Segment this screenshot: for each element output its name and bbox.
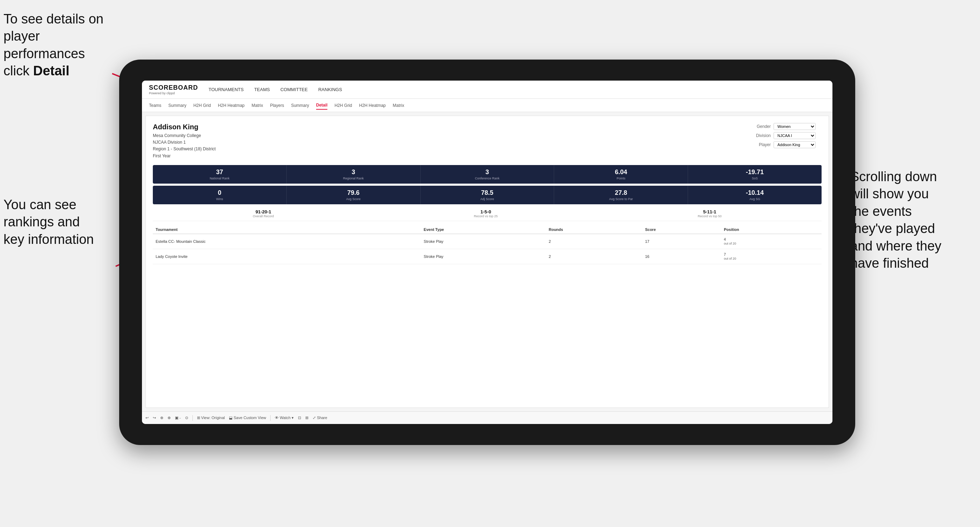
toolbar-clock[interactable]: ⊙: [185, 416, 188, 420]
record-top50-label: Record vs top 50: [698, 214, 722, 218]
nav-rankings[interactable]: RANKINGS: [318, 86, 342, 94]
toolbar-undo[interactable]: ↩: [145, 416, 149, 420]
filter-gender-label: Gender: [751, 124, 771, 129]
subnav-summary2[interactable]: Summary: [291, 102, 309, 110]
annotation-right: Scrolling down will show you the events …: [850, 168, 977, 272]
player-division: NJCAA Division 1: [153, 139, 216, 146]
stat-adj-score-label: Adj Score: [423, 197, 551, 201]
event-type-2: Stroke Play: [421, 249, 546, 264]
filter-player-select[interactable]: Addison King: [773, 141, 816, 148]
toolbar-minus[interactable]: ▣ -: [175, 416, 181, 420]
player-college: Mesa Community College: [153, 132, 216, 139]
toolbar-grid[interactable]: ⊞: [305, 416, 309, 420]
stat-national-rank: 37 National Rank: [153, 165, 287, 184]
tournament-table: Tournament Event Type Rounds Score Posit…: [153, 225, 822, 264]
logo-subtitle: Powered by clippd: [149, 92, 198, 95]
stat-national-rank-value: 37: [156, 168, 283, 176]
subnav-matrix2[interactable]: Matrix: [393, 102, 404, 110]
toolbar-save-custom[interactable]: ⬓ Save Custom View: [229, 416, 266, 420]
stats-row2: 0 Wins 79.6 Avg Score 78.5 Adj Score 27.…: [153, 186, 822, 204]
col-event-type: Event Type: [421, 225, 546, 234]
subnav-matrix[interactable]: Matrix: [252, 102, 263, 110]
toolbar-add1[interactable]: ⊕: [160, 416, 163, 420]
toolbar-redo[interactable]: ↪: [153, 416, 156, 420]
record-overall-label: Overall Record: [253, 214, 274, 218]
player-info: Addison King Mesa Community College NJCA…: [153, 123, 216, 159]
col-tournament: Tournament: [153, 225, 421, 234]
player-region: Region 1 - Southwest (18) District: [153, 146, 216, 152]
stat-adj-score: 78.5 Adj Score: [421, 186, 555, 204]
subnav-teams[interactable]: Teams: [149, 102, 161, 110]
sub-nav: Teams Summary H2H Grid H2H Heatmap Matri…: [142, 99, 832, 112]
subnav-players[interactable]: Players: [270, 102, 284, 110]
filter-gender-select[interactable]: Women Men: [773, 123, 816, 130]
stat-points: 6.04 Points: [554, 165, 688, 184]
record-top25: 1-5-0 Record vs top 25: [474, 209, 498, 218]
stat-wins-value: 0: [156, 189, 283, 197]
nav-items: TOURNAMENTS TEAMS COMMITTEE RANKINGS: [208, 86, 342, 94]
stat-conference-rank-value: 3: [423, 168, 551, 176]
logo-title: SCOREBOARD: [149, 84, 198, 92]
stat-points-value: 6.04: [557, 168, 685, 176]
nav-teams[interactable]: TEAMS: [254, 86, 270, 94]
subnav-detail[interactable]: Detail: [316, 101, 328, 110]
position-1: 4out of 20: [721, 234, 822, 249]
annotation-bottomleft: You can see rankings and key information: [3, 196, 123, 248]
stat-regional-rank: 3 Regional Rank: [287, 165, 421, 184]
position-2: 7out of 20: [721, 249, 822, 264]
stat-avg-score-label: Avg Score: [290, 197, 417, 201]
stat-avg-score-value: 79.6: [290, 189, 417, 197]
content-panel: Addison King Mesa Community College NJCA…: [145, 116, 829, 408]
filter-gender-row: Gender Women Men: [751, 123, 822, 130]
toolbar-separator1: [192, 415, 193, 421]
toolbar-add2[interactable]: ⊕: [167, 416, 171, 420]
player-year: First Year: [153, 153, 216, 159]
annotation-topleft: To see details on player performances cl…: [3, 11, 123, 80]
toolbar-share[interactable]: ⤢ Share: [313, 416, 327, 420]
stat-points-label: Points: [557, 176, 685, 180]
table-row[interactable]: Estella CC- Mountain Classic Stroke Play…: [153, 234, 822, 249]
player-header: Addison King Mesa Community College NJCA…: [153, 123, 822, 159]
player-filters: Gender Women Men Division NJCAA I NJCAA …: [751, 123, 822, 159]
table-row[interactable]: Lady Coyote Invite Stroke Play 2 16 7out…: [153, 249, 822, 264]
record-overall: 91-20-1 Overall Record: [253, 209, 274, 218]
main-content: Addison King Mesa Community College NJCA…: [142, 112, 832, 411]
rounds-1: 2: [546, 234, 642, 249]
toolbar-screen[interactable]: ⊡: [298, 416, 301, 420]
col-position: Position: [721, 225, 822, 234]
filter-division-label: Division: [751, 133, 771, 138]
tournament-name-1: Estella CC- Mountain Classic: [153, 234, 421, 249]
stat-sos-label: SoS: [691, 176, 819, 180]
tournament-name-2: Lady Coyote Invite: [153, 249, 421, 264]
score-2: 16: [642, 249, 721, 264]
subnav-summary[interactable]: Summary: [168, 102, 186, 110]
tablet-screen: SCOREBOARD Powered by clippd TOURNAMENTS…: [142, 81, 832, 424]
rounds-2: 2: [546, 249, 642, 264]
subnav-h2h-heatmap[interactable]: H2H Heatmap: [218, 102, 245, 110]
nav-tournaments[interactable]: TOURNAMENTS: [208, 86, 243, 94]
filter-division-select[interactable]: NJCAA I NJCAA II: [773, 132, 816, 139]
stat-wins-label: Wins: [156, 197, 283, 201]
record-top50: 5-11-1 Record vs top 50: [698, 209, 722, 218]
toolbar-view-original[interactable]: ⊞ View: Original: [197, 416, 225, 420]
record-top25-label: Record vs top 25: [474, 214, 498, 218]
toolbar-separator2: [270, 415, 270, 421]
record-top50-value: 5-11-1: [698, 209, 722, 214]
subnav-h2h-grid2[interactable]: H2H Grid: [334, 102, 352, 110]
stat-avg-to-par-label: Avg Score to Par: [557, 197, 685, 201]
toolbar: ↩ ↪ ⊕ ⊕ ▣ - ⊙ ⊞ View: Original ⬓ Save Cu…: [142, 411, 832, 424]
stat-national-rank-label: National Rank: [156, 176, 283, 180]
toolbar-watch[interactable]: 👁 Watch ▾: [275, 416, 294, 420]
tablet-frame: SCOREBOARD Powered by clippd TOURNAMENTS…: [119, 60, 855, 445]
subnav-h2h-grid[interactable]: H2H Grid: [194, 102, 211, 110]
nav-committee[interactable]: COMMITTEE: [280, 86, 308, 94]
filter-division-row: Division NJCAA I NJCAA II: [751, 132, 822, 139]
stat-wins: 0 Wins: [153, 186, 287, 204]
stat-avg-sg-label: Avg SG: [691, 197, 819, 201]
filter-player-label: Player: [751, 142, 771, 147]
record-overall-value: 91-20-1: [253, 209, 274, 214]
subnav-h2h-heatmap2[interactable]: H2H Heatmap: [359, 102, 385, 110]
stat-adj-score-value: 78.5: [423, 189, 551, 197]
stat-conference-rank: 3 Conference Rank: [421, 165, 555, 184]
logo-area: SCOREBOARD Powered by clippd: [149, 84, 198, 95]
